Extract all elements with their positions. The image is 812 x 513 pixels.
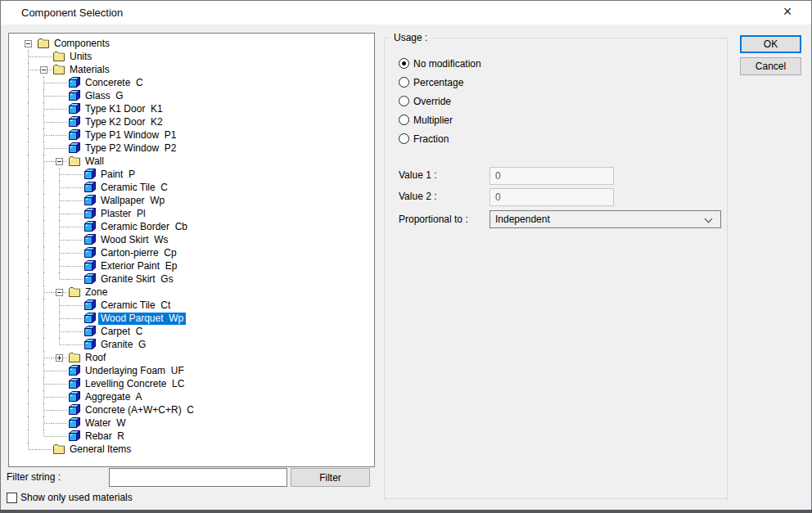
tree-row[interactable]: Units: [20, 50, 374, 63]
radio-button-icon[interactable]: [399, 133, 409, 144]
tree-item-label[interactable]: Wallpaper Wp: [98, 195, 167, 207]
tree-item-label[interactable]: Type P1 Window P1: [83, 129, 178, 142]
tree-item-label[interactable]: Levelling Concrete LC: [83, 378, 187, 390]
tree-item-label[interactable]: Ceramic Tile C: [98, 182, 170, 194]
tree-row[interactable]: Type K2 Door K2: [20, 115, 374, 128]
tree-row[interactable]: Carton-pierre Cp: [20, 246, 374, 259]
tree-item-label[interactable]: Type K1 Door K1: [83, 103, 165, 115]
tree-guide: [20, 181, 36, 194]
tree-item-label[interactable]: Type P2 Window P2: [83, 142, 178, 155]
show-only-used-checkbox[interactable]: [7, 493, 17, 503]
tree-item-label[interactable]: Zone: [83, 286, 110, 299]
tree-row[interactable]: Type K1 Door K1: [20, 102, 374, 115]
tree-guide: [20, 364, 36, 377]
tree-row[interactable]: Wallpaper Wp: [20, 194, 374, 207]
radio-button-icon[interactable]: [399, 58, 409, 69]
tree-item-label[interactable]: Wall: [83, 155, 106, 168]
tree-row[interactable]: Wood Skirt Ws: [20, 233, 374, 246]
radio-option-fraction[interactable]: Fraction: [399, 133, 449, 145]
component-tree[interactable]: ComponentsUnitsMaterialsConcerete CGlass…: [8, 33, 375, 467]
tree-row[interactable]: Granite G: [20, 338, 374, 351]
tree-item-label[interactable]: Concerete C: [83, 77, 146, 89]
tree-row[interactable]: Exterior Paint Ep: [20, 259, 374, 272]
tree-item-label[interactable]: Ceramic Tile Ct: [98, 299, 173, 312]
proportional-to-select[interactable]: Independent: [489, 210, 721, 228]
tree-row[interactable]: Wall: [20, 155, 374, 168]
tree-item-label[interactable]: Plaster Pl: [98, 208, 148, 220]
expander-minus-icon[interactable]: [56, 289, 63, 296]
tree-item-label[interactable]: Roof: [83, 352, 108, 364]
tree-row[interactable]: Concrete (A+W+C+R) C: [20, 403, 374, 416]
tree-item-label[interactable]: Carton-pierre Cp: [98, 247, 179, 259]
tree-row[interactable]: Carpet C: [20, 325, 374, 338]
tree-row[interactable]: Granite Skirt Gs: [20, 272, 374, 286]
tree-guide: [52, 377, 67, 390]
value1-label: Value 1 :: [399, 169, 436, 182]
radio-button-icon[interactable]: [399, 96, 409, 106]
tree-guide: [36, 63, 52, 76]
tree-row[interactable]: Glass G: [20, 89, 374, 102]
tree-item-label[interactable]: Aggregate A: [83, 391, 144, 403]
tree-row[interactable]: General Items: [20, 443, 374, 456]
filter-button[interactable]: Filter: [291, 468, 370, 487]
tree-row[interactable]: Type P1 Window P1: [20, 128, 374, 142]
expander-minus-icon[interactable]: [40, 66, 47, 74]
tree-row[interactable]: Zone: [20, 286, 374, 299]
radio-option-no-modification[interactable]: No modification: [399, 57, 481, 70]
radio-option-multiplier[interactable]: Multiplier: [399, 114, 453, 126]
tree-item-label[interactable]: Glass G: [83, 90, 126, 102]
tree-row[interactable]: Ceramic Tile Ct: [20, 299, 374, 312]
tree-item-label[interactable]: Concrete (A+W+C+R) C: [83, 404, 196, 416]
tree-item-label[interactable]: Type K2 Door K2: [83, 116, 165, 128]
expander-minus-icon[interactable]: [56, 158, 63, 165]
tree-item-label[interactable]: Rebar R: [83, 430, 127, 443]
tree-item-label[interactable]: General Items: [67, 443, 133, 456]
tree-row[interactable]: Ceramic Tile C: [20, 181, 374, 194]
radio-option-override[interactable]: Override: [399, 95, 451, 107]
close-icon[interactable]: ×: [774, 1, 801, 25]
tree-row[interactable]: Rebar R: [20, 430, 374, 443]
radio-option-percentage[interactable]: Percentage: [399, 76, 463, 88]
tree-item-label[interactable]: Wood Parquet Wp: [98, 313, 186, 325]
material-cube-icon: [68, 142, 81, 155]
tree-item-label[interactable]: Exterior Paint Ep: [98, 260, 179, 272]
radio-button-icon[interactable]: [399, 115, 409, 125]
tree-row[interactable]: Ceramic Border Cb: [20, 220, 374, 233]
tree-row[interactable]: Underlaying Foam UF: [20, 364, 374, 377]
tree-guide: [20, 272, 36, 286]
radio-button-icon[interactable]: [399, 77, 409, 88]
tree-row[interactable]: Paint P: [20, 168, 374, 181]
expander-plus-icon[interactable]: [56, 354, 63, 362]
tree-item-label[interactable]: Granite G: [98, 339, 148, 351]
show-only-used-label[interactable]: Show only used materials: [20, 492, 133, 504]
tree-item-label[interactable]: Units: [67, 51, 94, 63]
radio-option-label: No modification: [413, 58, 481, 70]
tree-row[interactable]: Roof: [20, 351, 374, 364]
tree-guide: [36, 142, 52, 155]
tree-guide: [52, 207, 67, 220]
tree-row[interactable]: Levelling Concrete LC: [20, 377, 374, 390]
filter-input[interactable]: [109, 468, 287, 487]
tree-item-label[interactable]: Ceramic Border Cb: [98, 221, 190, 233]
tree-row[interactable]: Type P2 Window P2: [20, 142, 374, 155]
tree-item-label[interactable]: Paint P: [98, 169, 138, 181]
ok-button[interactable]: OK: [740, 35, 801, 53]
tree-row[interactable]: Concerete C: [20, 76, 374, 89]
tree-item-label[interactable]: Wood Skirt Ws: [98, 234, 170, 246]
tree-row[interactable]: Materials: [20, 63, 374, 76]
tree-item-label[interactable]: Granite Skirt Gs: [98, 273, 176, 286]
tree-row[interactable]: Aggregate A: [20, 390, 374, 403]
tree-row[interactable]: Components: [20, 37, 374, 50]
tree-row[interactable]: Plaster Pl: [20, 207, 374, 220]
tree-row[interactable]: Wood Parquet Wp: [20, 312, 374, 325]
tree-item-label[interactable]: Water W: [83, 417, 129, 430]
value2-field: [489, 188, 614, 206]
cancel-button[interactable]: Cancel: [740, 57, 801, 75]
tree-item-label[interactable]: Underlaying Foam UF: [83, 365, 187, 377]
tree-item-label[interactable]: Materials: [67, 64, 112, 76]
tree-row[interactable]: Water W: [20, 416, 374, 430]
tree-item-label[interactable]: Components: [52, 38, 112, 50]
tree-guide: [20, 299, 36, 312]
expander-minus-icon[interactable]: [25, 40, 32, 47]
tree-item-label[interactable]: Carpet C: [98, 326, 145, 338]
